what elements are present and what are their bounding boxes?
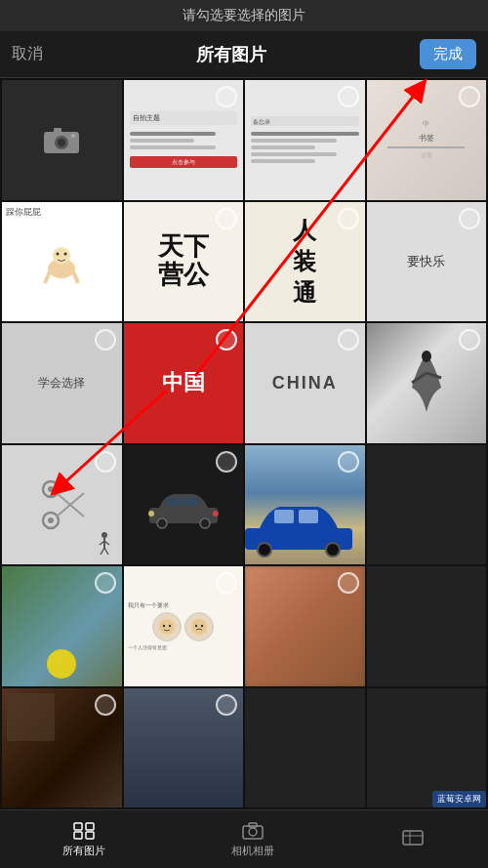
empty-cell-2	[367, 566, 487, 686]
more-icon	[400, 828, 426, 847]
china-text: CHINA	[272, 373, 338, 393]
happy-cell[interactable]: 要快乐	[367, 202, 487, 322]
tab-camera-roll-label: 相机相册	[231, 844, 274, 858]
svg-line-10	[73, 271, 78, 283]
select-circle-ink[interactable]	[459, 329, 480, 351]
svg-point-2	[58, 139, 65, 146]
svg-point-28	[200, 518, 210, 528]
header: 取消 所有图片 完成	[0, 31, 488, 78]
scissors-icon	[35, 475, 89, 534]
svg-rect-48	[86, 832, 94, 839]
select-circle-cal2[interactable]	[338, 208, 359, 229]
svg-point-7	[56, 253, 59, 256]
svg-point-8	[63, 253, 66, 256]
svg-line-9	[45, 271, 50, 283]
select-circle-misc2[interactable]	[216, 694, 237, 716]
ink-art-cell[interactable]	[367, 323, 487, 443]
happy-text: 要快乐	[407, 253, 445, 270]
select-circle-scissors[interactable]	[95, 451, 116, 473]
svg-rect-29	[166, 497, 181, 506]
svg-point-36	[258, 543, 271, 557]
misc-cell-2[interactable]	[124, 688, 244, 808]
camera-tab-icon	[242, 822, 264, 840]
tab-camera-roll[interactable]: 相机相册	[231, 821, 274, 858]
comic-cell[interactable]: 我只有一个要求	[124, 566, 244, 686]
svg-rect-3	[54, 128, 61, 133]
camera-roll-icon	[240, 821, 265, 841]
select-circle-car-blue[interactable]	[338, 451, 359, 473]
blurred-cell[interactable]	[245, 566, 365, 686]
svg-point-17	[48, 517, 54, 523]
select-circle-xuehui[interactable]	[95, 329, 116, 351]
select-circle-car-black[interactable]	[216, 451, 237, 473]
misc-cell-1[interactable]	[2, 688, 122, 808]
select-circle-cal1[interactable]	[216, 208, 237, 229]
svg-rect-35	[299, 510, 318, 523]
screenshot-cell-3[interactable]: 中 书签 设置	[367, 80, 487, 200]
photo-grid: 自拍主题 点击参与 备忘录	[0, 78, 488, 809]
cartoon-figure-icon	[35, 234, 89, 288]
tab-all-photos-label: 所有图片	[62, 844, 105, 858]
grid-icon	[73, 822, 95, 840]
svg-rect-47	[74, 832, 82, 839]
sports-cell[interactable]	[2, 566, 122, 686]
select-circle-happy[interactable]	[459, 208, 480, 229]
empty-cell-1	[367, 445, 487, 565]
select-circle-cartoon[interactable]	[95, 208, 116, 229]
xuehui-cell[interactable]: 学会选择	[2, 323, 122, 443]
scissors-cell[interactable]	[2, 445, 122, 565]
car-blue-cell[interactable]	[245, 445, 365, 565]
svg-point-39	[163, 625, 165, 627]
calligraphy-text-2: 人装通	[293, 215, 316, 309]
cartoon-cell[interactable]: 踩你屁屁	[2, 202, 122, 322]
person-icon	[98, 531, 112, 556]
camera-icon	[42, 120, 81, 159]
svg-point-6	[53, 247, 70, 265]
empty-cell-4	[367, 688, 487, 808]
cancel-button[interactable]: 取消	[12, 44, 43, 64]
svg-point-15	[48, 486, 54, 492]
select-circle-1[interactable]	[216, 86, 237, 107]
done-button[interactable]: 完成	[420, 39, 476, 69]
select-circle-misc1[interactable]	[95, 694, 116, 716]
svg-line-25	[104, 548, 108, 555]
tab-more[interactable]	[400, 828, 426, 850]
select-circle-comic[interactable]	[216, 572, 237, 594]
screenshot-cell-1[interactable]: 自拍主题 点击参与	[124, 80, 244, 200]
select-circle-sports[interactable]	[95, 572, 116, 594]
calligraphy-cell-1[interactable]: 天下营公	[124, 202, 244, 322]
svg-point-41	[191, 619, 207, 635]
calligraphy-cell-2[interactable]: 人装通	[245, 202, 365, 322]
camera-cell[interactable]	[2, 80, 122, 200]
svg-point-38	[159, 619, 175, 635]
tab-all-photos[interactable]: 所有图片	[62, 821, 105, 858]
select-circle-3[interactable]	[459, 86, 480, 107]
svg-point-20	[102, 532, 107, 538]
page-title: 所有图片	[196, 43, 266, 66]
svg-rect-34	[274, 510, 294, 523]
svg-rect-52	[403, 831, 423, 845]
car-black-cell[interactable]	[124, 445, 244, 565]
svg-line-24	[101, 548, 104, 555]
svg-rect-46	[86, 823, 94, 830]
photo-grid-scroll[interactable]: 自拍主题 点击参与 备忘录	[0, 78, 488, 809]
cartoon-label: 踩你屁屁	[6, 206, 41, 219]
svg-point-42	[195, 625, 197, 627]
select-circle-zhongguo[interactable]	[216, 329, 237, 351]
select-circle-2[interactable]	[338, 86, 359, 107]
ink-figure-icon	[397, 349, 456, 417]
comic-face-1-icon	[157, 617, 177, 637]
instruction-text: 请勾选要选择的图片	[183, 7, 305, 24]
screenshot-cell-2[interactable]: 备忘录	[245, 80, 365, 200]
select-circle-china[interactable]	[338, 329, 359, 351]
svg-point-11	[422, 351, 431, 362]
empty-cell-3	[245, 688, 365, 808]
china-cell[interactable]: CHINA	[245, 323, 365, 443]
svg-rect-45	[74, 823, 82, 830]
svg-point-31	[148, 511, 154, 517]
select-circle-blurred[interactable]	[338, 572, 359, 594]
calligraphy-text-1: 天下营公	[158, 233, 209, 289]
comic-face-2-icon	[189, 617, 209, 637]
svg-point-43	[201, 625, 203, 627]
zhongguo-cell[interactable]: 中国	[124, 323, 244, 443]
